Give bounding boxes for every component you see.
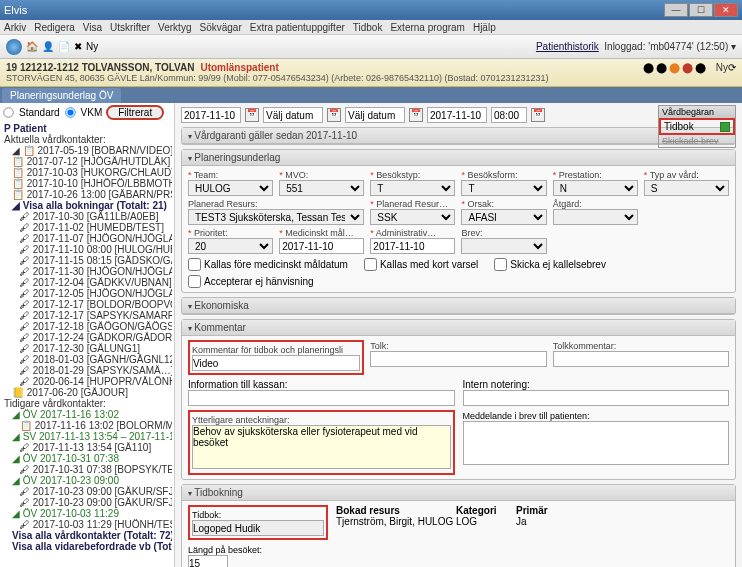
tree-node[interactable]: 🖋 2017-11-07 [HJÖGON/HJÖGLAK] [2, 233, 172, 244]
ekonomiska-header[interactable]: Ekonomiska [182, 298, 735, 314]
tree-node[interactable]: 🖋 2017-10-31 07:38 [BOPSYK/TEST] [2, 464, 172, 475]
tree-node[interactable]: 📋 2017-07-12 [HJÖGÅ/HUTDLÅK] [2, 156, 172, 167]
input-tolk[interactable] [370, 351, 546, 367]
select-planreskat[interactable]: SSK [370, 209, 455, 225]
menu-sokvagar[interactable]: Sökvägar [199, 22, 241, 33]
tree-node[interactable]: P Patient [2, 123, 172, 134]
tree-node[interactable]: ◢ ÖV 2017-11-16 13:02 [2, 409, 172, 420]
select-orsak[interactable]: AFASI [461, 209, 546, 225]
select-typavvard[interactable]: S [644, 180, 729, 196]
menu-verktyg[interactable]: Verktyg [158, 22, 191, 33]
refresh-icon[interactable]: ⟳ [728, 62, 736, 73]
tree-node[interactable]: 📒 2017-06-20 [GÅJOUR] [2, 387, 172, 398]
globe-icon[interactable] [6, 39, 22, 55]
tree-node[interactable]: 🖋 2017-11-30 [HJÖGON/HJÖGLAK] [2, 266, 172, 277]
tree-node[interactable]: 🖋 2017-12-30 [GÅLUNG1] [2, 343, 172, 354]
tree-node[interactable]: 🖋 2017-12-17 [BOLDOR/BOOPVO2] [2, 299, 172, 310]
tree-node[interactable]: 🖋 2017-11-02 [HUMEDB/TEST] [2, 222, 172, 233]
tidbokning-header[interactable]: Tidbokning [182, 485, 735, 501]
check-kortvar[interactable] [364, 258, 377, 271]
maximize-button[interactable]: ☐ [689, 3, 713, 17]
tidbok-toggle-row[interactable]: Tidbok [659, 118, 735, 135]
input-meddat[interactable] [279, 238, 364, 254]
select-team[interactable]: HULOG [188, 180, 273, 196]
tree-node[interactable]: 📋 2017-11-16 13:02 [BOLORM/MISG] [2, 420, 172, 431]
tree-node[interactable]: 📋 2017-10-10 [HJHÖFÖ/LBBMOTH] [2, 178, 172, 189]
tree-node[interactable]: 🖋 2017-10-03 11:29 [HUÖNH/TEST] [2, 519, 172, 530]
calendar-icon-3[interactable]: 📅 [409, 108, 423, 122]
tree-node[interactable]: ◢ ÖV 2017-10-31 07:38 [2, 453, 172, 464]
tree-node[interactable]: 🖋 2018-01-03 [GÅGNH/GÅGNL12K] [2, 354, 172, 365]
tree-node[interactable]: ◢ 📋 2017-05-19 [BOBARN/VIDEO] [2, 145, 172, 156]
input-intern[interactable] [463, 390, 730, 406]
tab-planeringsunderlag[interactable]: Planeringsunderlag ÖV [2, 88, 121, 103]
input-tidbok[interactable] [192, 520, 324, 536]
tree-node[interactable]: ◢ SV 2017-11-13 13:54 – 2017-11-13 18:31 [2, 431, 172, 442]
tree-node[interactable]: ◢ ÖV 2017-10-03 11:29 [2, 508, 172, 519]
tree-node[interactable]: 🖋 2017-11-10 08:00 [HULOG/HUBGSK] [2, 244, 172, 255]
tree-node[interactable]: Visa alla vårdkontakter (Totalt: 72) [2, 530, 172, 541]
menu-tidbok[interactable]: Tidbok [353, 22, 383, 33]
input-admdat[interactable] [370, 238, 455, 254]
patienthistorik-link[interactable]: Patienthistorik [536, 41, 599, 52]
radio-vkm[interactable] [65, 107, 75, 117]
toolbar-icon-3[interactable]: 📄 [58, 41, 70, 52]
date-from-2[interactable] [427, 107, 487, 123]
tree-node[interactable]: Aktuella vårdkontakter: [2, 134, 172, 145]
patient-tree[interactable]: P PatientAktuella vårdkontakter:◢ 📋 2017… [2, 123, 172, 552]
date-from-1[interactable] [181, 107, 241, 123]
select-prio[interactable]: 20 [188, 238, 273, 254]
select-besokstyp[interactable]: T [370, 180, 455, 196]
tree-node[interactable]: 📋 2017-10-26 13:00 [GÄBARN/PRSE] [2, 189, 172, 200]
tree-node[interactable]: 🖋 2017-12-04 [GÅDKKV/UBNAN] [2, 277, 172, 288]
tree-node[interactable]: 🖋 2017-11-15 08:15 [GÅDSKO/GÅDSKOL] [2, 255, 172, 266]
select-besoksform[interactable]: T [461, 180, 546, 196]
select-prestation[interactable]: N [553, 180, 638, 196]
menu-externa[interactable]: Externa program [390, 22, 464, 33]
textarea-medd[interactable] [463, 421, 730, 465]
menu-arkiv[interactable]: Arkiv [4, 22, 26, 33]
date-placeholder-2[interactable] [345, 107, 405, 123]
tree-node[interactable]: ◢ Visa alla bokningar (Totalt: 21) [2, 200, 172, 211]
calendar-icon-2[interactable]: 📅 [327, 108, 341, 122]
tree-node[interactable]: ◢ ÖV 2017-10-23 09:00 [2, 475, 172, 486]
tree-node[interactable]: 🖋 2017-11-13 13:54 [GÅ110] [2, 442, 172, 453]
calendar-icon-4[interactable]: 📅 [531, 108, 545, 122]
tree-node[interactable]: 🖋 2017-12-05 [HJÖGON/HJÖGLAK] [2, 288, 172, 299]
minimize-button[interactable]: — [664, 3, 688, 17]
tree-node[interactable]: Visa alla vidarebefordrade vb (Totalt: 4… [2, 541, 172, 552]
input-tolkk[interactable] [553, 351, 729, 367]
input-info[interactable] [188, 390, 455, 406]
select-atgard[interactable] [553, 209, 638, 225]
input-langd[interactable] [188, 555, 228, 567]
menu-visa[interactable]: Visa [83, 22, 102, 33]
date-placeholder-1[interactable] [263, 107, 323, 123]
select-planres[interactable]: TEST3 Sjuksköterska, Tessan Test [188, 209, 364, 225]
tree-node[interactable]: 🖋 2018-01-29 [SAPSYK/SAMÅ…] [2, 365, 172, 376]
textarea-ytt[interactable]: Behov av sjuksköterska eller fysioterape… [192, 425, 451, 469]
tree-node[interactable]: Tidigare vårdkontakter: [2, 398, 172, 409]
time-field[interactable] [491, 107, 527, 123]
toolbar-icon-5[interactable]: Ny [86, 41, 98, 52]
tree-node[interactable]: 🖋 2017-12-24 [GÅDKOR/GÅDORPOL] [2, 332, 172, 343]
tree-node[interactable]: 🖋 2017-10-23 09:00 [GÅKUR/SFJH] [2, 486, 172, 497]
ny-button[interactable]: Ny [716, 62, 728, 73]
calendar-icon-1[interactable]: 📅 [245, 108, 259, 122]
select-mvo[interactable]: 551 [279, 180, 364, 196]
input-komm[interactable] [192, 355, 360, 371]
check-accept[interactable] [188, 275, 201, 288]
radio-standard[interactable] [3, 107, 13, 117]
tree-node[interactable]: 📋 2017-10-03 [HUKORG/CHLAUD] [2, 167, 172, 178]
menu-redigera[interactable]: Redigera [34, 22, 75, 33]
tree-node[interactable]: 🖋 2020-06-14 [HUPOPR/VÅLÖNH] [2, 376, 172, 387]
tree-node[interactable]: 🖋 2017-12-18 [GÅÖGON/GÅÖGSRT1] [2, 321, 172, 332]
check-skicka[interactable] [494, 258, 507, 271]
tree-node[interactable]: 🖋 2017-10-30 [GÅ11LB/A0EB] [2, 211, 172, 222]
planeringsunderlag-header[interactable]: Planeringsunderlag [182, 150, 735, 166]
close-button[interactable]: ✕ [714, 3, 738, 17]
toolbar-icon-1[interactable]: 🏠 [26, 41, 38, 52]
filtrerat-button[interactable]: Filtrerat [106, 105, 164, 120]
kommentar-header[interactable]: Kommentar [182, 320, 735, 336]
menu-utskrifter[interactable]: Utskrifter [110, 22, 150, 33]
vardgaranti-header[interactable]: Vårdgaranti gäller sedan 2017-11-10 [182, 128, 735, 144]
